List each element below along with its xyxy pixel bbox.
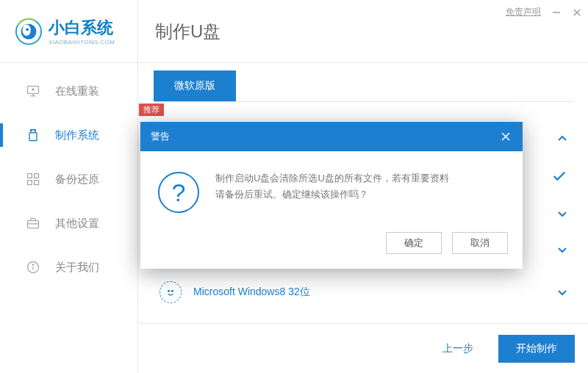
sidebar-item-online-reinstall[interactable]: 在线重装 (0, 69, 137, 113)
dialog-header: 警告 (140, 122, 523, 151)
chevron-up-icon (557, 134, 567, 144)
dialog-close-button[interactable] (499, 130, 512, 143)
check-icon (551, 168, 567, 184)
sidebar-item-about[interactable]: 关于我们 (0, 245, 137, 289)
sidebar-item-label: 制作系统 (55, 128, 99, 142)
svg-rect-18 (35, 181, 39, 185)
dialog-footer: 确定 取消 (140, 228, 523, 269)
svg-rect-19 (28, 221, 39, 228)
sidebar-item-label: 备份还原 (55, 173, 99, 186)
chevron-down-icon (557, 287, 567, 297)
page-header: 制作U盘 (139, 0, 588, 63)
dialog-body: ? 制作启动U盘会清除所选U盘的所有文件，若有重要资料 请备份后重试。确定继续该… (140, 151, 523, 228)
os-face-icon (159, 281, 182, 303)
dialog-cancel-button[interactable]: 取消 (452, 232, 508, 254)
svg-point-23 (32, 264, 33, 265)
sidebar-item-label: 在线重装 (55, 84, 99, 98)
grid-icon (26, 172, 40, 186)
monitor-download-icon (26, 84, 40, 98)
tabs: 微软原版 (154, 63, 573, 102)
dialog-message: 制作启动U盘会清除所选U盘的所有文件，若有重要资料 请备份后重试。确定继续该操作… (215, 170, 449, 203)
logo-subtitle: XIAOBAIXITONG.COM (49, 39, 115, 46)
dialog-ok-button[interactable]: 确定 (386, 232, 442, 254)
logo-icon (15, 18, 43, 46)
info-icon (26, 260, 40, 275)
svg-rect-16 (35, 174, 39, 178)
toolbox-icon (26, 216, 40, 231)
nav: 在线重装 制作系统 备份还原 其他设置 关于我们 (0, 63, 137, 289)
question-icon: ? (158, 172, 199, 213)
svg-rect-15 (28, 174, 32, 178)
sidebar: 小白系统 XIAOBAIXITONG.COM 在线重装 制作系统 备份还原 (0, 0, 138, 373)
os-name: Microsoft Windows8 32位 (193, 286, 545, 299)
logo-title: 小白系统 (49, 17, 115, 39)
back-button[interactable]: 上一步 (425, 335, 491, 363)
logo: 小白系统 XIAOBAIXITONG.COM (0, 0, 137, 63)
recommend-badge: 推荐 (139, 104, 164, 116)
chevron-down-icon (557, 209, 567, 219)
svg-rect-17 (28, 181, 32, 185)
svg-point-7 (26, 28, 29, 31)
svg-point-26 (168, 291, 170, 292)
svg-rect-12 (29, 133, 37, 141)
dialog-title: 警告 (151, 130, 170, 143)
svg-point-27 (172, 291, 173, 292)
sidebar-item-backup-restore[interactable]: 备份还原 (0, 157, 137, 201)
chevron-down-icon (557, 245, 567, 255)
sidebar-item-other-settings[interactable]: 其他设置 (0, 201, 137, 245)
sidebar-item-label: 其他设置 (55, 217, 99, 231)
close-icon (501, 131, 511, 142)
sidebar-item-make-system[interactable]: 制作系统 (0, 113, 137, 157)
usb-icon (26, 128, 40, 142)
start-make-button[interactable]: 开始制作 (498, 335, 575, 363)
os-row-win8-32[interactable]: Microsoft Windows8 32位 (154, 271, 573, 314)
tab-microsoft-original[interactable]: 微软原版 (154, 70, 236, 101)
sidebar-item-label: 关于我们 (55, 261, 99, 275)
footer: 上一步 开始制作 (139, 323, 588, 373)
warning-dialog: 警告 ? 制作启动U盘会清除所选U盘的所有文件，若有重要资料 请备份后重试。确定… (140, 122, 523, 269)
page-title: 制作U盘 (155, 20, 220, 43)
